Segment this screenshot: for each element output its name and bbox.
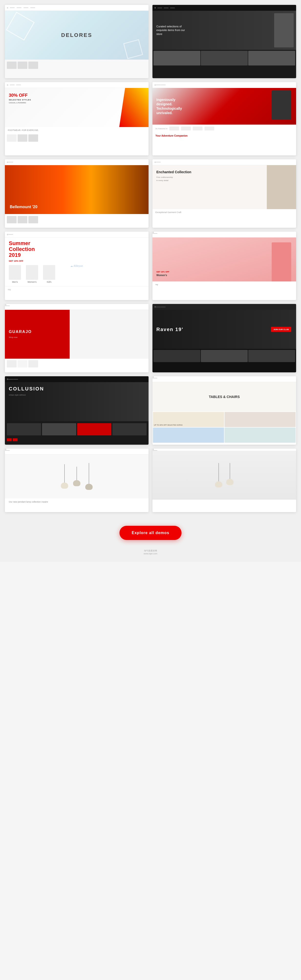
featured-logos: As featured in xyxy=(153,125,296,132)
explore-all-button[interactable]: Explore all demos xyxy=(119,526,182,540)
enchanted-description: Fine craftsmanshipin every detail xyxy=(156,176,263,182)
extra-lamp-2 xyxy=(226,463,234,485)
demo-row-3: Bellemount '20 Enchanted Collection Fine… xyxy=(5,159,296,228)
pink-model-image xyxy=(272,242,291,282)
curated-navbar xyxy=(153,5,296,11)
shade-2 xyxy=(73,480,80,486)
demo-row-2: 30% OFF SELECTED STYLES CASUAL & RUNNING… xyxy=(5,82,296,155)
watermark-line2: www.tqer.com xyxy=(7,552,294,555)
extra-navbar xyxy=(153,449,296,451)
guarajo-thumb-2 xyxy=(18,360,27,368)
guarajo-thumb-3 xyxy=(28,360,38,368)
shoe-thumb-3 xyxy=(28,134,38,142)
runner-image xyxy=(119,88,148,127)
delores-hero: DELORES xyxy=(5,11,148,60)
nav-items xyxy=(10,7,35,8)
guarajo-navbar xyxy=(5,304,148,310)
demo-row-7: Our new pendant lamp collection Awaire xyxy=(5,449,296,512)
demo-card-pendant[interactable]: Our new pendant lamp collection Awaire xyxy=(5,449,148,512)
demo-card-running[interactable]: 30% OFF SELECTED STYLES CASUAL & RUNNING… xyxy=(5,82,148,155)
product-table xyxy=(225,428,296,443)
demo-card-delores[interactable]: DELORES xyxy=(5,5,148,78)
demo-card-bellemount[interactable]: Bellemount '20 xyxy=(5,159,148,228)
demo-card-raven[interactable]: Raven 19' JOIN OUR CLUB xyxy=(153,304,296,372)
raven-thumb-2 xyxy=(201,350,248,362)
explore-section: Explore all demos xyxy=(5,516,296,547)
raven-thumb-1 xyxy=(153,350,200,362)
cord xyxy=(230,463,230,479)
thumb-3 xyxy=(28,216,38,223)
raven-navbar xyxy=(153,304,296,310)
tech-navbar xyxy=(153,82,296,88)
shoe-thumb-2 xyxy=(18,134,27,142)
nav-item xyxy=(157,8,162,8)
tables-product-grid: UP TO 40% OFF SELECTED SOFAS xyxy=(153,412,296,443)
delores-navbar xyxy=(5,5,148,11)
footer-watermark: 淘气喵素材网 www.tqer.com xyxy=(5,547,296,557)
product-1 xyxy=(7,423,41,435)
nav-item xyxy=(10,84,15,85)
thumb-2 xyxy=(18,62,27,69)
demo-row-4: Summer Collection 2019 GET 10% OFF Men's… xyxy=(5,232,296,300)
category-womens: Women's xyxy=(26,265,38,283)
bellemount-navbar xyxy=(5,159,148,165)
demo-card-collusion[interactable]: COLLUSION Urban style defined xyxy=(5,376,148,445)
shade-3 xyxy=(85,484,92,490)
demo-card-extra[interactable] xyxy=(153,449,296,512)
nav-item xyxy=(13,379,18,380)
summer-footer: rey xyxy=(5,286,148,293)
guarajo-model-image xyxy=(70,310,148,359)
pendant-navbar xyxy=(5,449,148,455)
running-thumbs xyxy=(5,134,148,143)
bellemount-hero: Bellemount '20 xyxy=(5,165,148,214)
guarajo-sub: Shop now xyxy=(9,336,66,339)
summer-navbar xyxy=(5,232,148,237)
demo-card-guarajo[interactable]: GUARAJO Shop now xyxy=(5,304,148,372)
discount-text: 30% OFF xyxy=(9,93,31,98)
curated-thumb-2 xyxy=(201,51,248,65)
pendant-lamp-1 xyxy=(61,464,68,488)
enchanted-text-section: Enchanted Collection Fine craftsmanshipi… xyxy=(153,165,267,209)
summer-content: Summer Collection 2019 GET 10% OFF Men's… xyxy=(5,237,148,286)
demo-card-enchanted[interactable]: Enchanted Collection Fine craftsmanshipi… xyxy=(153,159,296,228)
nav-logo-dot xyxy=(7,7,8,8)
nav-item xyxy=(5,450,10,451)
thumb-2 xyxy=(18,216,27,223)
nav-item xyxy=(153,233,157,234)
nav-dot xyxy=(154,7,156,8)
garment-caption: Exceptional Garment Craft xyxy=(155,211,181,213)
nav-item xyxy=(5,305,10,306)
cord-1 xyxy=(64,464,65,482)
nav-dot xyxy=(7,84,8,86)
nav-item xyxy=(8,234,13,235)
shade xyxy=(226,479,234,485)
summer-categories: Men's Women's Kid's xyxy=(9,265,145,283)
curated-text: Curated selections of exquisite items fr… xyxy=(156,25,186,36)
running-navbar xyxy=(5,82,148,88)
curated-thumb-1 xyxy=(153,51,200,65)
pendant-lamp-3 xyxy=(85,463,92,490)
demo-card-curated[interactable]: Curated selections of exquisite items fr… xyxy=(153,5,296,78)
cord-3 xyxy=(89,463,89,484)
logo-2 xyxy=(181,127,191,130)
collusion-ctas xyxy=(5,438,148,442)
demo-card-tables[interactable]: TABLES & CHAIRS UP TO 40% OFF SELECTED S… xyxy=(153,376,296,445)
thumb-1 xyxy=(7,62,17,69)
discount-sub: SELECTED STYLES xyxy=(9,99,31,101)
demo-card-pink-jacket[interactable]: GET 10% OFF Women's rey xyxy=(153,232,296,300)
guarajo-bottom xyxy=(5,359,148,369)
rey-label: rey xyxy=(155,283,293,286)
tables-navbar xyxy=(153,376,296,382)
cta-btn-1 xyxy=(7,438,12,441)
nav-item xyxy=(24,7,28,8)
logo-3 xyxy=(193,127,202,130)
tech-cta: Your Adventure Companion xyxy=(153,132,296,139)
demo-card-summer[interactable]: Summer Collection 2019 GET 10% OFF Men's… xyxy=(5,232,148,300)
guarajo-brand: GUARAJO xyxy=(9,329,66,334)
delores-title: DELORES xyxy=(61,32,92,38)
bellemount-bottom xyxy=(5,214,148,225)
demo-card-tech[interactable]: Ingeniously designed. Technologically un… xyxy=(153,82,296,155)
nav-item xyxy=(170,8,175,8)
extra-hero xyxy=(153,451,296,500)
summer-cta: GET 10% OFF xyxy=(9,260,145,262)
